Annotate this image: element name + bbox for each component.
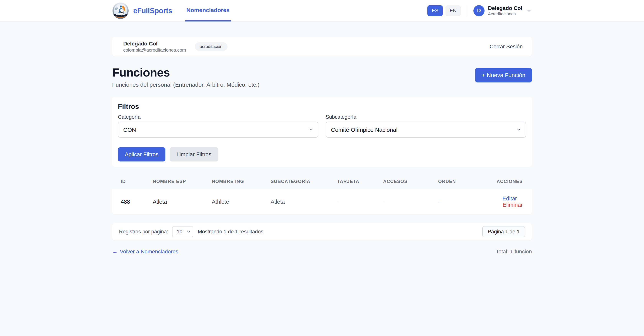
cell-tarjeta: - bbox=[328, 189, 374, 214]
app-header: eFullSports eFullSports Nomencladores ES… bbox=[0, 0, 644, 22]
new-function-button[interactable]: + Nueva Función bbox=[475, 68, 532, 83]
per-page-label: Registros por página: bbox=[119, 229, 168, 235]
col-header-nombre-esp: NOMBRE ESP bbox=[144, 174, 203, 189]
col-header-id: ID bbox=[112, 174, 144, 189]
total-count-text: Total: 1 funcion bbox=[496, 248, 532, 255]
col-header-orden: ORDEN bbox=[430, 174, 487, 189]
role-badge: acreditacion bbox=[195, 42, 228, 51]
nav-item-nomencladores[interactable]: Nomencladores bbox=[185, 0, 231, 22]
edit-link[interactable]: Editar bbox=[502, 195, 517, 202]
col-header-accesos: ACCESOS bbox=[374, 174, 430, 189]
profile-menu[interactable]: D Delegado Col Acreditaciones bbox=[474, 5, 532, 17]
table-row: 488 Atleta Athlete Atleta - - - Editar E… bbox=[112, 189, 532, 214]
filters-panel: Filtros Categoría CON Subcategoría Comi bbox=[112, 97, 532, 167]
apply-filters-button[interactable]: Aplicar Filtros bbox=[118, 147, 166, 161]
back-link-label: Volver a Nomencladores bbox=[120, 248, 178, 255]
cell-accesos: - bbox=[374, 189, 430, 214]
language-en-button[interactable]: EN bbox=[446, 5, 461, 16]
functions-table-card: ID NOMBRE ESP NOMBRE ING SUBCATEGORÍA TA… bbox=[112, 174, 532, 214]
col-header-nombre-ing: NOMBRE ING bbox=[203, 174, 262, 189]
page-indicator-button[interactable]: Página 1 de 1 bbox=[482, 226, 525, 237]
chevron-down-icon bbox=[526, 8, 532, 14]
brand-name[interactable]: eFullSports bbox=[133, 7, 172, 15]
filters-title: Filtros bbox=[118, 103, 526, 111]
pagination-bar: Registros por página: 10 Mostrando 1 de … bbox=[112, 223, 532, 240]
header-divider bbox=[467, 5, 467, 16]
col-header-subcategoria: SUBCATEGORÍA bbox=[262, 174, 328, 189]
delete-link[interactable]: Eliminar bbox=[502, 202, 523, 208]
back-to-nomencladores-link[interactable]: ← Volver a Nomencladores bbox=[112, 248, 178, 255]
category-select[interactable]: CON bbox=[118, 122, 318, 138]
app-logo-icon[interactable]: eFullSports bbox=[112, 2, 129, 19]
category-label: Categoría bbox=[118, 114, 318, 120]
table-header-row: ID NOMBRE ESP NOMBRE ING SUBCATEGORÍA TA… bbox=[112, 174, 532, 189]
language-es-button[interactable]: ES bbox=[428, 5, 443, 16]
logout-button[interactable]: Cerrar Sesión bbox=[490, 44, 523, 50]
showing-results-text: Mostrando 1 de 1 resultados bbox=[198, 229, 263, 235]
subcategory-select[interactable]: Comité Olímpico Nacional bbox=[326, 122, 526, 138]
session-user-name: Delegado Col bbox=[123, 40, 186, 47]
cell-nombre-ing: Athlete bbox=[203, 189, 262, 214]
cell-nombre-esp: Atleta bbox=[144, 189, 203, 214]
page-title: Funciones bbox=[112, 66, 260, 79]
per-page-select[interactable]: 10 bbox=[172, 226, 193, 237]
avatar: D bbox=[474, 5, 484, 16]
cell-id: 488 bbox=[112, 189, 144, 214]
session-user-bar: Delegado Col colombia@acreditaciones.com… bbox=[112, 37, 532, 56]
cell-orden: - bbox=[430, 189, 487, 214]
svg-text:eFullSports: eFullSports bbox=[116, 14, 125, 16]
page-subtitle: Funciones del personal (Entrenador, Árbi… bbox=[112, 82, 260, 88]
profile-name: Delegado Col bbox=[488, 5, 522, 12]
clear-filters-button[interactable]: Limpiar Filtros bbox=[170, 147, 218, 161]
cell-subcategoria: Atleta bbox=[262, 189, 328, 214]
profile-role: Acreditaciones bbox=[488, 12, 522, 17]
session-user-email: colombia@acreditaciones.com bbox=[123, 47, 186, 53]
col-header-acciones: ACCIONES bbox=[487, 174, 532, 189]
back-arrow-icon: ← bbox=[112, 248, 118, 255]
col-header-tarjeta: TARJETA bbox=[328, 174, 374, 189]
functions-table: ID NOMBRE ESP NOMBRE ING SUBCATEGORÍA TA… bbox=[112, 174, 532, 214]
subcategory-label: Subcategoría bbox=[326, 114, 526, 120]
main-nav: Nomencladores bbox=[185, 0, 231, 22]
